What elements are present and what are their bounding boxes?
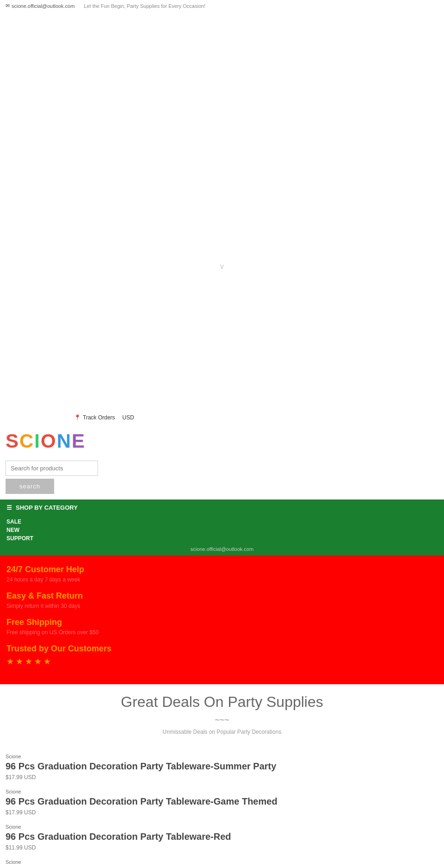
star-3: ★ — [25, 656, 32, 667]
product-price-0: $17.99 USD — [6, 774, 438, 781]
feature-easy-return-desc: Simply return it within 30 days — [6, 603, 438, 609]
feature-customer-help-title: 24/7 Customer Help — [6, 565, 438, 575]
shop-by-category-toggle[interactable]: ☰ SHOP BY CATEGORY — [0, 500, 444, 516]
logo-c: C — [19, 430, 34, 452]
search-input[interactable] — [6, 461, 98, 476]
deals-title: Great Deals On Party Supplies — [6, 693, 438, 711]
search-area: search — [0, 457, 444, 500]
track-orders-label: Track Orders — [83, 414, 115, 421]
product-brand-1: Scione — [6, 789, 438, 794]
logo-area: SCIONE — [0, 425, 444, 457]
nav-link-support[interactable]: SUPPORT — [6, 535, 438, 542]
product-brand-0: Scione — [6, 754, 438, 759]
track-orders-link[interactable]: 📍 Track Orders — [74, 414, 115, 421]
feature-customer-help: 24/7 Customer Help 24 hours a day 7 days… — [6, 565, 438, 583]
feature-free-shipping: Free Shipping Free shipping on US Orders… — [6, 618, 438, 636]
email-section: ✉ scione.official@outlook.com — [6, 3, 74, 9]
hero-area: ∨ — [0, 12, 444, 280]
stars-row: ★ ★ ★ ★ ★ — [6, 656, 438, 667]
product-name-0: 96 Pcs Graduation Decoration Party Table… — [6, 760, 438, 772]
feature-easy-return-title: Easy & Fast Return — [6, 591, 438, 601]
nav-links: SALE NEW SUPPORT — [0, 516, 444, 546]
product-brand-3: Scione — [6, 859, 438, 865]
mid-space — [0, 280, 444, 410]
logo-i: I — [34, 430, 41, 452]
product-item-2[interactable]: Scione 96 Pcs Graduation Decoration Part… — [6, 824, 438, 851]
star-5: ★ — [43, 656, 51, 667]
product-item-1[interactable]: Scione 96 Pcs Graduation Decoration Part… — [6, 789, 438, 816]
email-icon: ✉ — [6, 3, 10, 9]
star-1: ★ — [6, 656, 14, 667]
hamburger-icon: ☰ — [6, 504, 12, 511]
logo-s: S — [6, 430, 19, 452]
product-price-1: $17.99 USD — [6, 809, 438, 816]
feature-free-shipping-title: Free Shipping — [6, 618, 438, 627]
logo-n: N — [57, 430, 72, 452]
top-bar: ✉ scione.official@outlook.com Let the Fu… — [0, 0, 444, 12]
nav-link-new[interactable]: NEW — [6, 527, 438, 533]
nav-link-sale[interactable]: SALE — [6, 518, 438, 525]
features-section: 24/7 Customer Help 24 hours a day 7 days… — [0, 556, 444, 684]
product-item-3[interactable]: Scione 96 Pcs Graduation Decoration Part… — [6, 859, 438, 868]
star-2: ★ — [16, 656, 23, 667]
deals-wave: ~~~ — [6, 715, 438, 725]
pin-icon: 📍 — [74, 414, 81, 421]
product-name-2: 96 Pcs Graduation Decoration Party Table… — [6, 831, 438, 843]
deals-section: Great Deals On Party Supplies ~~~ Unmiss… — [0, 684, 444, 754]
logo-e: E — [72, 430, 86, 452]
product-price-2: $11.99 USD — [6, 844, 438, 851]
email-address: scione.official@outlook.com — [12, 3, 74, 9]
nav-email: scione.official@outlook.com — [0, 546, 444, 556]
chevron-down-icon: ∨ — [219, 262, 225, 271]
track-bar: 📍 Track Orders USD — [0, 410, 444, 425]
currency-selector[interactable]: USD — [123, 414, 134, 421]
product-name-1: 96 Pcs Graduation Decoration Party Table… — [6, 795, 438, 807]
logo-o: O — [41, 430, 57, 452]
shop-by-category-label: SHOP BY CATEGORY — [16, 504, 78, 511]
nav-bar: ☰ SHOP BY CATEGORY SALE NEW SUPPORT scio… — [0, 500, 444, 556]
feature-free-shipping-desc: Free shipping on US Orders over $50 — [6, 629, 438, 636]
star-4: ★ — [34, 656, 42, 667]
feature-easy-return: Easy & Fast Return Simply return it with… — [6, 591, 438, 609]
feature-trusted-title: Trusted by Our Customers — [6, 644, 438, 654]
logo: SCIONE — [6, 430, 438, 452]
tagline: Let the Fun Begin, Party Supplies for Ev… — [84, 3, 205, 9]
deals-subtitle: Unmissable Deals on Popular Party Decora… — [6, 729, 438, 735]
feature-customer-help-desc: 24 hours a day 7 days a week — [6, 576, 438, 583]
product-list: Scione 96 Pcs Graduation Decoration Part… — [0, 754, 444, 868]
feature-trusted: Trusted by Our Customers ★ ★ ★ ★ ★ — [6, 644, 438, 667]
product-name-3: 96 Pcs Graduation Decoration Party Table… — [6, 866, 438, 868]
product-brand-2: Scione — [6, 824, 438, 830]
search-button[interactable]: search — [6, 479, 54, 494]
product-item-0[interactable]: Scione 96 Pcs Graduation Decoration Part… — [6, 754, 438, 781]
